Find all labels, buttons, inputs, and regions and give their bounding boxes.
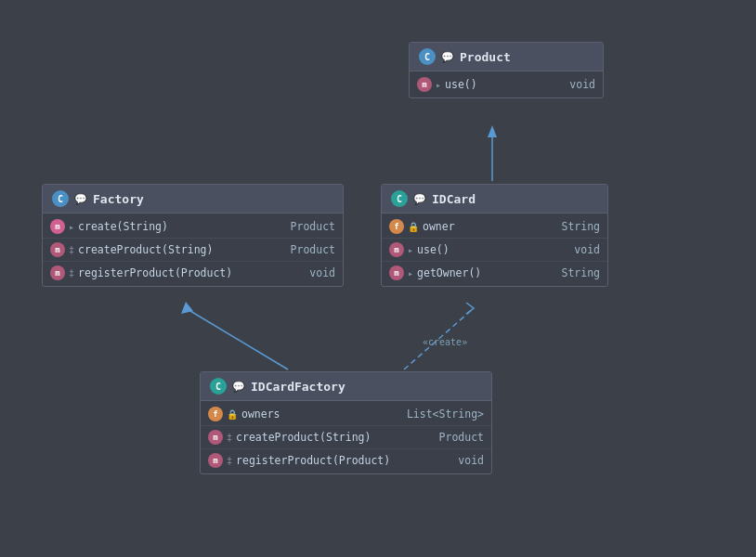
member-factory-registerproduct-icon: m [208,453,223,468]
member-owner: f 🔒 owner String [382,215,607,239]
member-factory-createproduct: m ‡ createProduct(String) Product [201,426,491,449]
class-idcardfactory-type-icon: C [210,378,227,395]
member-create-type: Product [283,220,335,233]
class-idcard-type-icon: C [391,190,408,207]
svg-text:«create»: «create» [423,337,467,347]
class-factory-body: m ▸ create(String) Product m ‡ createPro… [43,214,343,286]
member-factory-createproduct-name: createProduct(String) [236,431,428,444]
class-product-name: Product [460,50,511,64]
class-product-ns-icon: 💬 [441,51,454,63]
member-createproduct-name: createProduct(String) [78,243,280,256]
member-use-vis: ▸ [436,80,441,90]
class-idcardfactory-body: f 🔒 owners List<String> m ‡ createProduc… [201,401,491,473]
class-factory[interactable]: C 💬 Factory m ▸ create(String) Product m… [42,184,344,287]
svg-line-4 [404,308,474,369]
svg-marker-3 [181,302,193,314]
member-factory-registerproduct-name: registerProduct(Product) [236,454,447,467]
member-registerproduct: m ‡ registerProduct(Product) void [43,262,343,284]
member-registerproduct-name: registerProduct(Product) [78,266,298,279]
class-product[interactable]: C 💬 Product m ▸ use() void [409,42,604,98]
class-idcard-header: C 💬 IDCard [382,185,607,214]
class-factory-name: Factory [93,192,144,206]
member-idcard-use: m ▸ use() void [382,239,607,262]
member-owner-icon: f [389,219,404,234]
member-owners-name: owners [241,408,396,421]
member-create-name: create(String) [78,220,280,233]
member-idcard-use-icon: m [389,242,404,257]
member-owner-name: owner [423,220,550,233]
class-idcardfactory-header: C 💬 IDCardFactory [201,372,491,401]
member-createproduct-type: Product [283,243,335,256]
class-idcard-ns-icon: 💬 [413,193,426,205]
member-idcard-use-type: void [567,243,600,256]
member-owners-icon: f [208,407,223,421]
member-factory-registerproduct-type: void [450,454,484,467]
member-registerproduct-icon: m [50,266,65,280]
class-product-header: C 💬 Product [410,43,603,71]
class-idcardfactory-ns-icon: 💬 [232,381,245,393]
member-idcard-use-name: use() [417,243,563,256]
diagram-canvas: «create» C 💬 Product m ▸ use() void C 💬 … [0,0,756,557]
member-registerproduct-vis: ‡ [69,268,74,278]
class-idcardfactory-name: IDCardFactory [251,380,345,394]
member-factory-createproduct-vis: ‡ [227,433,232,443]
member-getowner-vis: ▸ [408,268,413,278]
member-owners-type: List<String> [399,408,484,421]
class-idcard-body: f 🔒 owner String m ▸ use() void m ▸ getO… [382,214,607,286]
class-factory-type-icon: C [52,190,69,207]
member-factory-createproduct-type: Product [432,431,484,444]
member-factory-createproduct-icon: m [208,430,223,445]
class-product-body: m ▸ use() void [410,71,603,97]
member-getowner-icon: m [389,266,404,280]
class-factory-header: C 💬 Factory [43,185,343,214]
member-createproduct: m ‡ createProduct(String) Product [43,239,343,262]
member-use: m ▸ use() void [410,73,603,96]
member-idcard-use-vis: ▸ [408,245,413,255]
member-owners-vis: 🔒 [227,409,238,420]
class-idcard-name: IDCard [432,192,476,206]
member-createproduct-vis: ‡ [69,245,74,255]
member-owners: f 🔒 owners List<String> [201,403,491,426]
svg-line-2 [186,308,288,369]
member-create: m ▸ create(String) Product [43,215,343,239]
member-create-vis: ▸ [69,222,74,232]
member-create-icon: m [50,219,65,234]
member-owner-type: String [554,220,600,233]
member-owner-vis: 🔒 [408,222,419,232]
member-factory-registerproduct: m ‡ registerProduct(Product) void [201,449,491,472]
member-createproduct-icon: m [50,242,65,257]
member-getowner: m ▸ getOwner() String [382,262,607,284]
member-getowner-type: String [554,266,600,279]
member-factory-registerproduct-vis: ‡ [227,456,232,466]
member-use-name: use() [445,78,558,91]
class-idcardfactory[interactable]: C 💬 IDCardFactory f 🔒 owners List<String… [200,371,492,474]
member-use-type: void [562,78,595,91]
class-product-type-icon: C [419,48,436,65]
member-registerproduct-type: void [302,266,335,279]
member-use-icon: m [417,77,432,92]
svg-marker-1 [488,125,497,137]
class-idcard[interactable]: C 💬 IDCard f 🔒 owner String m ▸ use() vo… [381,184,608,287]
member-getowner-name: getOwner() [417,266,550,279]
class-factory-ns-icon: 💬 [74,193,87,205]
